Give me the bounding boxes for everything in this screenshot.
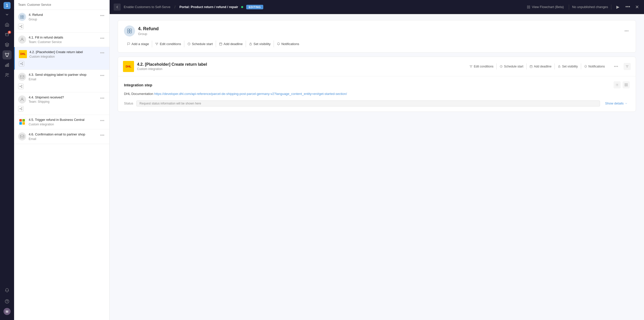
item-more-button[interactable]: •••: [99, 118, 105, 123]
svg-point-27: [21, 108, 22, 109]
integration-description: DHL Documentation https://developer.dhl.…: [124, 91, 630, 96]
item-more-button[interactable]: •••: [99, 73, 105, 78]
sidebar-item-subtitle: Email: [29, 78, 87, 81]
add-stage-button[interactable]: Add a stage: [124, 41, 152, 47]
item-more-button[interactable]: •••: [99, 132, 105, 138]
collapse-sidebar-button[interactable]: [114, 4, 121, 11]
header-close-button[interactable]: ✕: [634, 4, 640, 10]
svg-rect-48: [530, 65, 532, 68]
integration-gear-button[interactable]: [614, 81, 621, 88]
sidebar-item-4-6[interactable]: 4.6. Confirmation email to partner shop …: [14, 129, 109, 144]
svg-rect-34: [127, 29, 129, 31]
edit-conditions-button[interactable]: Edit conditions: [152, 41, 184, 47]
step-set-visibility-button[interactable]: Set visibility: [555, 63, 581, 69]
svg-point-18: [20, 63, 21, 64]
svg-rect-13: [22, 17, 24, 19]
svg-rect-49: [559, 66, 560, 68]
svg-rect-3: [5, 65, 6, 67]
help-icon[interactable]: [3, 297, 12, 306]
bell-icon[interactable]: [3, 286, 12, 295]
sidebar-item-4-2[interactable]: DHL 4.2. [Placeholder] Create return lab…: [14, 47, 109, 70]
sidebar-item-subtitle: Custom integration: [29, 123, 84, 126]
sidebar-item-4-4[interactable]: 4.4. Shipment received? Team: Shipping •…: [14, 92, 109, 115]
step-card-actions: Edit conditions Schedule start: [466, 63, 608, 69]
integration-doc-link[interactable]: https://developer.dhl.com/api-reference/…: [154, 92, 347, 96]
svg-point-22: [20, 86, 21, 87]
no-changes-label: No unpublished changes: [572, 5, 608, 9]
svg-rect-36: [127, 31, 129, 33]
show-details-button[interactable]: Show details: [603, 100, 630, 106]
email-step-icon-2: [18, 132, 26, 140]
sidebar-item-refund-group[interactable]: 4. Refund Group •••: [14, 10, 109, 32]
svg-rect-11: [22, 15, 24, 17]
group-card: 4. Refund Group ••• Add a stage: [118, 20, 636, 53]
sidebar-item-title: 4.2. [Placeholder] Create return label: [29, 50, 83, 54]
user-avatar[interactable]: M: [4, 308, 11, 315]
sidebar-item-subtitle: Group: [29, 18, 43, 21]
status-placeholder: Request status information will be shown…: [136, 100, 600, 106]
item-more-button[interactable]: •••: [99, 50, 105, 56]
sidebar-item-4-3[interactable]: 4.3. Send shipping label to partner shop…: [14, 70, 109, 92]
svg-rect-52: [626, 84, 627, 85]
step-notifications-button[interactable]: Notifications: [581, 63, 608, 69]
breadcrumb-parent: Enable Customers to Self-Serve: [124, 5, 170, 9]
play-button[interactable]: ▶: [614, 4, 621, 11]
sidebar-list: 4. Refund Group •••: [14, 10, 109, 320]
svg-point-28: [21, 109, 22, 110]
sidebar-item-title: 4.6. Confirmation email to partner shop: [29, 132, 85, 137]
header-more-button[interactable]: •••: [624, 4, 631, 10]
svg-rect-31: [529, 6, 530, 7]
step-add-deadline-button[interactable]: Add deadline: [527, 63, 555, 69]
step-more-button[interactable]: •••: [613, 64, 619, 69]
step-card: DHL 4.2. [Placeholder] Create return lab…: [118, 57, 636, 112]
item-more-button[interactable]: •••: [99, 95, 105, 101]
ms-step-icon: [18, 118, 26, 126]
svg-rect-43: [250, 44, 252, 45]
status-label: Status: [124, 101, 133, 105]
svg-point-17: [21, 38, 23, 40]
team-step-icon-2: [18, 95, 26, 103]
header-divider-1: [569, 5, 569, 10]
group-card-icon: [124, 25, 135, 37]
item-more-button[interactable]: •••: [99, 13, 105, 18]
integration-view-button[interactable]: [623, 81, 630, 88]
svg-rect-5: [8, 63, 9, 67]
svg-rect-10: [20, 15, 22, 17]
view-flowchart-button[interactable]: View Flowchart (Beta): [525, 4, 566, 10]
schedule-start-button[interactable]: Schedule start: [184, 41, 216, 47]
breadcrumb-current: Portal: Product return / refund / repair: [180, 5, 238, 9]
chevron-down-icon[interactable]: [3, 10, 12, 19]
main-area: Enable Customers to Self-Serve / Portal:…: [110, 0, 644, 320]
svg-point-1: [8, 53, 9, 54]
svg-rect-51: [625, 84, 626, 85]
sidebar-item-title: 4.4. Shipment received?: [29, 95, 64, 100]
add-deadline-button[interactable]: Add deadline: [216, 41, 246, 47]
item-more-button[interactable]: •••: [99, 35, 105, 41]
notifications-button[interactable]: Notifications: [274, 41, 302, 47]
svg-point-7: [8, 74, 9, 75]
team-step-icon: [18, 35, 26, 44]
team-icon[interactable]: [3, 70, 12, 80]
layers-icon[interactable]: [3, 40, 12, 49]
step-filter-button[interactable]: [624, 63, 631, 70]
svg-rect-12: [20, 17, 22, 19]
step-schedule-start-button[interactable]: Schedule start: [497, 63, 527, 69]
editing-badge: EDITING: [246, 5, 263, 9]
sidebar-item-4-5[interactable]: 4.5. Trigger refund in Business Central …: [14, 115, 109, 129]
workspace-number-badge[interactable]: 1: [4, 2, 11, 9]
sidebar-item-subtitle: Custom integration: [29, 55, 83, 58]
svg-rect-42: [220, 43, 222, 45]
set-visibility-button[interactable]: Set visibility: [246, 41, 274, 47]
sidebar-item-4-1[interactable]: 4.1. Fill in refund details Team: Custom…: [14, 32, 109, 47]
step-card-body: Integration step: [118, 76, 636, 112]
chart-icon[interactable]: [3, 60, 12, 69]
sidebar-header: Team: Customer Service: [14, 0, 109, 10]
home-icon[interactable]: [3, 20, 12, 29]
flow-icon[interactable]: [3, 50, 12, 59]
inbox-icon[interactable]: 8: [3, 30, 12, 39]
top-header: Enable Customers to Self-Serve / Portal:…: [110, 0, 644, 14]
svg-point-16: [21, 27, 22, 28]
group-more-button[interactable]: •••: [623, 28, 630, 34]
svg-point-15: [21, 25, 22, 26]
step-edit-conditions-button[interactable]: Edit conditions: [466, 63, 497, 69]
